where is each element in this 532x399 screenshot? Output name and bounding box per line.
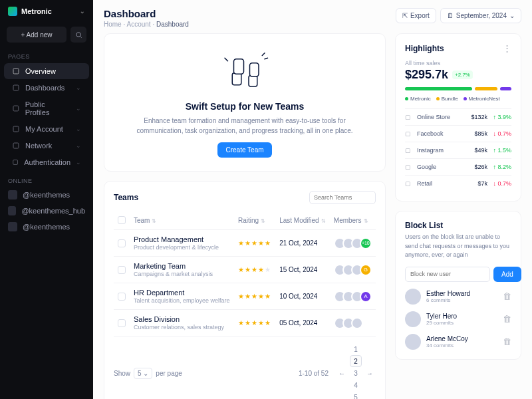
blocklist-user-name[interactable]: Esther Howard — [426, 290, 470, 297]
svg-rect-6 — [13, 143, 19, 148]
sidebar-item-public-profiles[interactable]: Public Profiles⌄ — [4, 96, 89, 120]
team-rating: ★★★★★ — [238, 266, 271, 273]
online-handle: @keenthemes_hub — [21, 207, 85, 215]
sidebar-item-overview[interactable]: Overview — [4, 63, 89, 79]
row-checkbox[interactable] — [118, 239, 126, 247]
team-date: 05 Oct, 2024 — [275, 310, 330, 336]
pager-next[interactable]: → — [364, 367, 376, 379]
teams-search-input[interactable] — [309, 191, 376, 204]
channel-value: $49k — [464, 147, 487, 154]
table-row: Product ManagementProduct development & … — [114, 230, 376, 257]
delete-icon[interactable]: 🗑 — [503, 314, 511, 324]
sidebar: Metronic ⌄ + Add new PAGES OverviewDashb… — [0, 0, 93, 399]
pager-prev[interactable]: ← — [336, 367, 348, 379]
search-button[interactable] — [70, 27, 86, 43]
brand-header[interactable]: Metronic ⌄ — [0, 0, 93, 23]
chevron-down-icon: ⌄ — [76, 84, 81, 91]
sidebar-item-authentication[interactable]: Authentication⌄ — [4, 154, 89, 170]
team-members[interactable]: G — [334, 264, 372, 276]
crumb-current: Dashboard — [156, 21, 189, 28]
highlight-row: ▢Facebook$85k↓ 0.7% — [405, 126, 511, 142]
team-date: 10 Oct, 2024 — [275, 283, 330, 310]
export-button[interactable]: ⇱ Export — [396, 8, 436, 23]
team-name[interactable]: Marketing Team — [134, 262, 230, 270]
hero-title: Swift Setup for New Teams — [124, 101, 365, 112]
pager-per-label: per page — [156, 370, 182, 377]
select-all-checkbox[interactable] — [118, 216, 126, 224]
svg-rect-8 — [232, 73, 241, 85]
sidebar-item-dashboards[interactable]: Dashboards⌄ — [4, 80, 89, 96]
highlights-legend: MetronicBundleMetronicNest — [405, 96, 511, 102]
online-handle: @keenthemes — [23, 191, 70, 199]
period-label: September, 2024 — [456, 12, 507, 19]
sidebar-section-online: ONLINE — [0, 171, 93, 187]
channel-pct: ↑ 8.2% — [487, 164, 511, 170]
team-name[interactable]: Sales Division — [134, 315, 230, 323]
channel-name: Online Store — [417, 114, 464, 120]
highlights-card: Highlights⋮ All time sales $295.7k+2.7% … — [395, 33, 521, 201]
row-checkbox[interactable] — [118, 319, 126, 327]
blocklist-add-button[interactable]: Add — [493, 267, 521, 282]
main-content: Dashboard Home · Account · Dashboard ⇱ E… — [93, 0, 532, 399]
sidebar-item-label: Authentication — [24, 158, 70, 166]
blocklist-user-commits: 29 commits — [426, 320, 457, 326]
nav-icon — [12, 142, 20, 150]
channel-icon: ▢ — [405, 130, 413, 137]
page-5[interactable]: 5 — [350, 391, 362, 399]
page-1[interactable]: 1 — [350, 343, 362, 355]
nav-icon — [12, 125, 20, 133]
create-team-button[interactable]: Create Team — [217, 142, 271, 158]
page-2[interactable]: 2 — [350, 355, 362, 367]
page-3[interactable]: 3 — [350, 367, 362, 379]
blocklist-user-name[interactable]: Tyler Hero — [426, 313, 457, 320]
delete-icon[interactable]: 🗑 — [503, 291, 511, 301]
crumb-home[interactable]: Home — [104, 21, 122, 28]
online-user[interactable]: @keenthemes — [0, 219, 93, 235]
blocklist-title: Block List — [405, 221, 511, 230]
period-picker[interactable]: 🗓 September, 2024 ⌄ — [440, 8, 521, 23]
team-name[interactable]: HR Department — [134, 289, 230, 297]
nav-icon — [12, 67, 20, 75]
brand-switcher-icon[interactable]: ⌄ — [80, 8, 85, 15]
row-checkbox[interactable] — [118, 266, 126, 274]
sidebar-item-my-account[interactable]: My Account⌄ — [4, 121, 89, 137]
team-members[interactable]: +10 — [334, 237, 372, 249]
add-new-button[interactable]: + Add new — [7, 27, 66, 43]
page-size-select[interactable]: 5 ⌄ — [134, 368, 152, 379]
highlights-menu[interactable]: ⋮ — [503, 43, 511, 53]
channel-name: Retail — [417, 180, 464, 187]
svg-rect-4 — [13, 106, 19, 111]
team-sub: Customer relations, sales strategy — [134, 324, 230, 331]
col-rating[interactable]: Raiting⇅ — [234, 211, 275, 230]
online-user[interactable]: @keenthemes_hub — [0, 203, 93, 219]
pager-show-label: Show — [114, 370, 130, 377]
channel-icon: ▢ — [405, 147, 413, 154]
blocklist-input[interactable] — [405, 267, 490, 282]
page-4[interactable]: 4 — [350, 379, 362, 391]
highlights-subtitle: All time sales — [405, 60, 511, 66]
col-team[interactable]: Team⇅ — [130, 211, 234, 230]
blocklist-user-commits: 34 commits — [426, 342, 468, 348]
blocklist-card: Block List Users on the block list are u… — [395, 211, 521, 360]
blocklist-user-name[interactable]: Arlene McCoy — [426, 335, 468, 342]
online-user[interactable]: @keenthemes — [0, 187, 93, 203]
channel-pct: ↑ 1.5% — [487, 147, 511, 154]
teams-title: Teams — [114, 193, 138, 202]
col-members[interactable]: Members⇅ — [330, 211, 376, 230]
team-members[interactable]: A — [334, 291, 372, 303]
crumb-account[interactable]: Account — [126, 21, 150, 28]
channel-name: Google — [417, 164, 464, 170]
team-rating: ★★★★★ — [238, 293, 271, 300]
team-name[interactable]: Product Management — [134, 235, 230, 243]
sidebar-item-network[interactable]: Network⌄ — [4, 138, 89, 154]
search-icon — [75, 31, 82, 39]
col-modified[interactable]: Last Modified⇅ — [275, 211, 330, 230]
team-rating: ★★★★★ — [238, 239, 271, 247]
delete-icon[interactable]: 🗑 — [503, 336, 511, 346]
chevron-down-icon: ⌄ — [76, 159, 81, 166]
chevron-down-icon: ⌄ — [76, 126, 81, 132]
team-members[interactable] — [334, 317, 372, 329]
blocklist-user: Tyler Hero29 commits🗑 — [405, 311, 511, 327]
row-checkbox[interactable] — [118, 293, 126, 301]
team-sub: Talent acquisition, employee welfare — [134, 297, 230, 304]
